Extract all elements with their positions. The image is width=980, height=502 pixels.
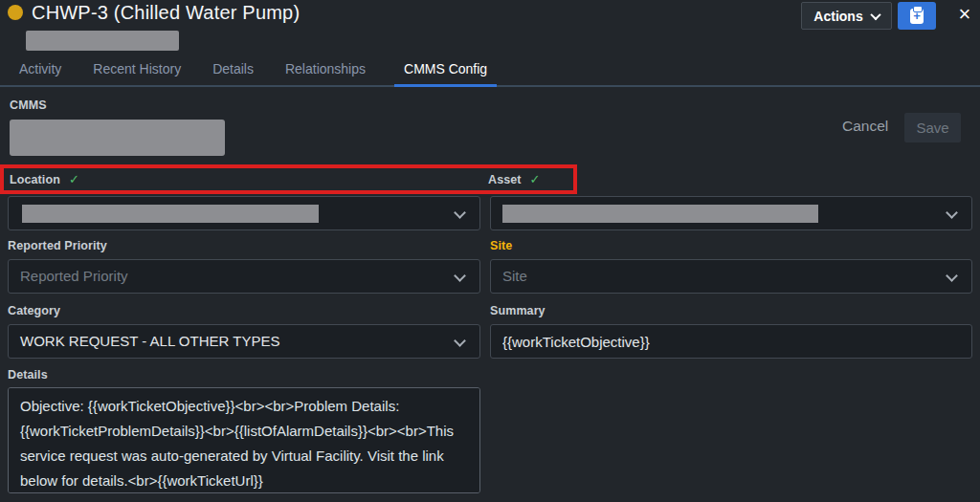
summary-input[interactable]	[491, 325, 971, 358]
chevron-down-icon	[870, 9, 880, 19]
category-select[interactable]: WORK REQUEST - ALL OTHER TYPES	[8, 324, 480, 359]
details-label: Details	[8, 368, 48, 382]
tab-cmms-config[interactable]: CMMS Config	[394, 61, 497, 87]
asset-select[interactable]	[490, 196, 972, 230]
redacted-location-value	[22, 205, 319, 223]
save-button[interactable]: Save	[904, 113, 961, 142]
category-label: Category	[8, 304, 60, 317]
clipboard-plus-icon: +	[910, 9, 924, 24]
status-dot	[8, 5, 23, 20]
site-placeholder: Site	[502, 260, 527, 293]
close-icon: ×	[959, 2, 971, 27]
annotation-highlight-rect: Location ✓ Asset ✓	[0, 164, 577, 194]
asset-label: Asset	[488, 173, 522, 186]
actions-button[interactable]: Actions	[801, 2, 892, 30]
actions-button-label: Actions	[813, 9, 862, 24]
cmms-label: CMMS	[10, 98, 47, 112]
redacted-asset-value	[502, 205, 818, 223]
summary-field-wrap	[490, 324, 972, 359]
chevron-down-icon	[454, 335, 466, 347]
redacted-cmms-value	[10, 120, 225, 156]
site-label: Site	[490, 239, 512, 252]
tab-activity[interactable]: Activity	[16, 61, 64, 85]
close-button[interactable]: ×	[951, 1, 978, 28]
clipboard-add-button[interactable]: +	[898, 2, 936, 30]
asset-valid-check-icon: ✓	[530, 172, 541, 186]
chevron-down-icon	[946, 270, 958, 282]
cancel-button[interactable]: Cancel	[836, 116, 894, 137]
chevron-down-icon	[946, 207, 958, 219]
category-selected-value: WORK REQUEST - ALL OTHER TYPES	[20, 325, 279, 358]
site-select[interactable]: Site	[490, 259, 972, 294]
chevron-down-icon	[454, 270, 466, 282]
reported-priority-placeholder: Reported Priority	[20, 260, 128, 293]
tab-details[interactable]: Details	[210, 61, 256, 85]
page-title: CHWP-3 (Chilled Water Pump)	[32, 2, 300, 24]
location-select[interactable]	[8, 196, 480, 230]
summary-label: Summary	[490, 304, 546, 317]
chevron-down-icon	[454, 207, 466, 219]
tab-recent-history[interactable]: Recent History	[90, 61, 184, 85]
reported-priority-label: Reported Priority	[8, 239, 107, 252]
details-textarea[interactable]: Objective: {{workTicketObjective}}<br><b…	[8, 387, 480, 493]
tab-relationships[interactable]: Relationships	[282, 61, 368, 85]
reported-priority-select[interactable]: Reported Priority	[8, 259, 480, 294]
location-label: Location	[10, 173, 60, 186]
tab-bar: Activity Recent History Details Relation…	[0, 55, 980, 87]
redacted-subtitle	[26, 31, 179, 51]
location-valid-check-icon: ✓	[69, 172, 79, 186]
